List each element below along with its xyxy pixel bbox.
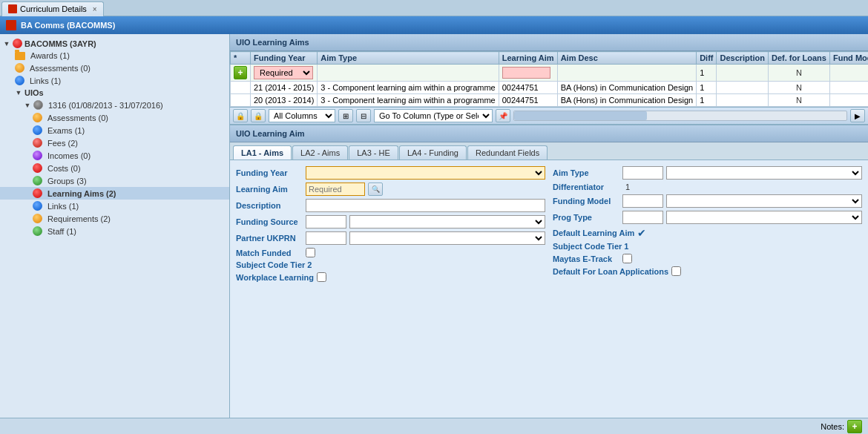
col-header-funding-year[interactable]: Funding Year	[251, 52, 318, 65]
funding-model-input[interactable]	[622, 194, 663, 208]
sidebar-item-assessments[interactable]: Assessments (0)	[0, 111, 229, 124]
sidebar-item-staff[interactable]: Staff (1)	[0, 225, 229, 237]
tab-la4-label: LA4 - Funding	[407, 148, 458, 157]
prog-type-label: Prog Type	[553, 213, 619, 222]
sidebar-item-links[interactable]: Links (1)	[0, 200, 229, 212]
toolbar-btn-pin[interactable]: 📌	[496, 109, 510, 122]
tab-la2-label: LA2 - Aims	[300, 148, 340, 157]
funding-model-label: Funding Model	[553, 197, 619, 206]
sidebar-item-links-top[interactable]: Links (1)	[0, 74, 229, 87]
sidebar-item-fees[interactable]: Fees (2)	[0, 137, 229, 149]
sidebar-item-uio-1316[interactable]: ▼ 1316 (01/08/2013 - 31/07/2016)	[0, 99, 229, 111]
workplace-learning-checkbox[interactable]	[317, 272, 326, 282]
sidebar-item-incomes[interactable]: Incomes (0)	[0, 149, 229, 162]
col-header-def-loans[interactable]: Def. for Loans	[769, 52, 830, 65]
match-funded-label: Match Funded	[236, 249, 303, 257]
aim-type-input-cell	[318, 65, 499, 82]
default-for-loan-label: Default For Loan Applications	[553, 267, 668, 276]
tab-redundant-fields[interactable]: Redundant Fields	[467, 145, 548, 160]
content-area: ▼ BACOMMS (3AYR) Awards (1) Assessments …	[0, 34, 868, 418]
row1-diff: 1	[697, 82, 717, 94]
sidebar-item-uios[interactable]: ▼ UIOs	[0, 87, 229, 99]
col-header-fund-model[interactable]: Fund Model	[829, 52, 868, 65]
uios-expand-icon: ▼	[15, 89, 22, 96]
funding-source-label: Funding Source	[236, 217, 303, 226]
form-row-match-funded: Match Funded	[236, 248, 545, 257]
sidebar-item-groups[interactable]: Groups (3)	[0, 174, 229, 187]
groups-icon	[33, 176, 42, 185]
sidebar-item-assessments-top[interactable]: Assessments (0)	[0, 62, 229, 74]
col-header-diff[interactable]: Diff	[697, 52, 717, 65]
maytas-etrack-checkbox[interactable]	[622, 254, 632, 263]
window-title: BA Comms (BACOMMS)	[21, 21, 115, 30]
sidebar-item-costs[interactable]: Costs (0)	[0, 162, 229, 174]
funding-source-input[interactable]	[306, 215, 346, 228]
learning-aim-search-button[interactable]: 🔍	[368, 183, 383, 196]
toolbar-scroll-right[interactable]: ▶	[850, 109, 865, 122]
toolbar-btn-col1[interactable]: ⊞	[338, 109, 353, 122]
exams-icon	[33, 125, 42, 135]
notes-button[interactable]: +	[847, 420, 862, 433]
learning-aim-input[interactable]	[502, 67, 550, 79]
partner-ukprn-select[interactable]	[349, 231, 545, 245]
tab-la3-label: LA3 - HE	[357, 148, 390, 157]
col-header-aim-type[interactable]: Aim Type	[318, 52, 499, 65]
root-label: BACOMMS (3AYR)	[24, 39, 96, 48]
learning-aim-field[interactable]	[306, 183, 365, 196]
col-header-aim-desc[interactable]: Aim Desc	[557, 52, 697, 65]
form-row-maytas-etrack: Maytas E-Track	[553, 254, 862, 263]
scroll-bar[interactable]	[513, 111, 847, 121]
funding-model-select[interactable]	[666, 194, 862, 208]
columns-select[interactable]: All Columns	[269, 109, 335, 122]
default-for-loan-checkbox[interactable]	[671, 266, 681, 276]
table-row[interactable]: 20 (2013 - 2014) 3 - Component learning …	[231, 94, 869, 107]
sidebar-item-exams[interactable]: Exams (1)	[0, 124, 229, 137]
add-row-button[interactable]: +	[234, 66, 247, 79]
col-header-description[interactable]: Description	[717, 52, 769, 65]
form-row-funding-year: Funding Year	[236, 166, 545, 180]
learning-aims-icon	[33, 188, 42, 198]
toolbar-btn-col2[interactable]: ⊟	[356, 109, 371, 122]
col-header-learning-aim[interactable]: Learning Aim	[499, 52, 557, 65]
form-row-funding-model: Funding Model	[553, 194, 862, 208]
funding-year-field[interactable]	[306, 166, 545, 180]
funding-year-dropdown[interactable]: Required	[254, 66, 313, 79]
curriculum-details-tab[interactable]: Curriculum Details ×	[1, 1, 104, 16]
aim-type-input[interactable]	[622, 166, 663, 180]
form-row-workplace-learning: Workplace Learning	[236, 272, 545, 282]
fundmodel-input-cell	[829, 65, 868, 82]
row1-aim-desc: BA (Hons) in Communication Design	[557, 82, 697, 94]
row1-aim-type: 3 - Component learning aim within a prog…	[318, 82, 499, 94]
clock-icon	[33, 100, 43, 110]
grid-toolbar: 🔒 🔒 All Columns ⊞ ⊟ Go To Column (Type o…	[230, 107, 868, 125]
table-row[interactable]: 21 (2014 - 2015) 3 - Component learning …	[231, 82, 869, 94]
form-row-default-for-loan: Default For Loan Applications	[553, 266, 862, 276]
tab-la1-aims[interactable]: LA1 - Aims	[233, 145, 292, 160]
goto-column-select[interactable]: Go To Column (Type or Select)	[374, 109, 493, 122]
tab-close-button[interactable]: ×	[93, 5, 97, 13]
aim-type-select[interactable]	[666, 166, 862, 180]
toolbar-btn-lock[interactable]: 🔒	[251, 109, 266, 122]
tree-root[interactable]: ▼ BACOMMS (3AYR)	[0, 37, 229, 50]
funding-source-select[interactable]	[349, 215, 545, 228]
exams-label: Exams (1)	[47, 126, 85, 135]
row1-description	[717, 82, 769, 94]
sidebar-item-awards[interactable]: Awards (1)	[0, 50, 229, 62]
description-field[interactable]	[306, 199, 545, 212]
partner-ukprn-input[interactable]	[306, 231, 346, 245]
tab-bar: Curriculum Details ×	[0, 0, 868, 16]
workplace-learning-label: Workplace Learning	[236, 273, 314, 282]
match-funded-checkbox[interactable]	[306, 248, 315, 257]
grid-section-title: UIO Learning Aims	[236, 38, 309, 47]
tab-la3-he[interactable]: LA3 - HE	[349, 145, 398, 160]
prog-type-input[interactable]	[622, 211, 663, 224]
toolbar-btn-1[interactable]: 🔒	[233, 109, 248, 122]
tab-la4-funding[interactable]: LA4 - Funding	[399, 145, 467, 160]
diff-input-cell: 1	[697, 65, 717, 82]
row1-funding-year: 21 (2014 - 2015)	[251, 82, 318, 94]
links-top-icon	[15, 76, 24, 85]
prog-type-select[interactable]	[666, 211, 862, 224]
sidebar-item-requirements[interactable]: Requirements (2)	[0, 212, 229, 225]
tab-la2-aims[interactable]: LA2 - Aims	[292, 145, 348, 160]
sidebar-item-learning-aims[interactable]: Learning Aims (2)	[0, 187, 229, 200]
